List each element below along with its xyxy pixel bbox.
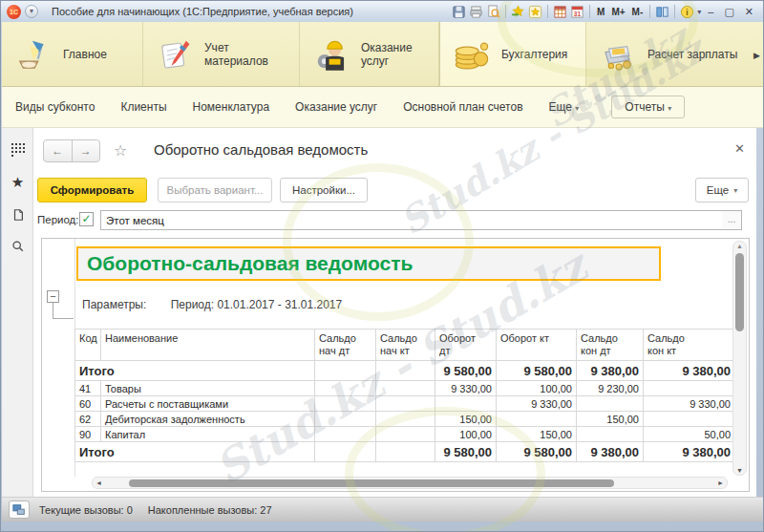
tabs-overflow-arrow-icon[interactable]: ▶ <box>753 51 760 60</box>
table-cell <box>577 396 644 412</box>
table-row[interactable]: Итого9 580,009 580,009 380,009 380,00 <box>75 442 735 462</box>
generate-button[interactable]: Сформировать <box>37 178 147 202</box>
nav-osnovnoy-plan[interactable]: Основной план счетов <box>403 100 522 114</box>
report-toolbar: Сформировать Выбрать вариант... Настройк… <box>33 176 756 206</box>
reports-dropdown-button[interactable]: Отчеты ▾ <box>611 96 685 118</box>
col-header: Оборот кт <box>497 330 577 361</box>
table-cell: 150,00 <box>497 427 577 442</box>
tab-buhgalteriya[interactable]: Бухгалтерия <box>439 22 586 86</box>
settings-button[interactable]: Настройки... <box>280 178 368 202</box>
status-bar: Текущие вызовы: 0 Накопленные вызовы: 27 <box>2 497 764 521</box>
nav-klienty[interactable]: Клиенты <box>120 100 166 114</box>
window-title: Пособие для начинающих (1С:Предприятие, … <box>52 6 353 17</box>
favorites-icon[interactable] <box>528 5 542 19</box>
main-tabs-bar: Главное Учет материалов Оказание услуг Б… <box>2 22 764 87</box>
table-cell <box>315 412 376 427</box>
table-cell: 50,00 <box>644 427 735 442</box>
period-checkbox[interactable]: ✓ <box>79 212 94 226</box>
report-table: Код Наименование Сальдо нач дт Сальдо на… <box>74 329 735 462</box>
col-header: Сальдо нач дт <box>315 330 376 361</box>
scroll-right-icon[interactable]: ► <box>717 478 724 489</box>
tab-okazanie-uslug[interactable]: Оказание услуг <box>300 22 439 86</box>
history-icon[interactable] <box>2 208 33 225</box>
nav-nomenklatura[interactable]: Номенклатура <box>193 100 270 114</box>
more-button[interactable]: Еще▾ <box>695 178 749 202</box>
close-window-button[interactable]: ✕ <box>741 6 757 18</box>
table-row[interactable]: 60Расчеты с поставщиками9 330,009 330,00 <box>75 396 735 412</box>
info-dropdown-icon[interactable]: ▾ <box>697 8 701 16</box>
table-cell: 9 330,00 <box>644 396 735 412</box>
tab-uchet-materialov[interactable]: Учет материалов <box>143 22 300 86</box>
separator <box>547 5 548 18</box>
calculator-icon[interactable] <box>553 5 567 19</box>
save-icon[interactable] <box>452 5 466 19</box>
chevron-down-icon: ▾ <box>668 104 671 113</box>
tab-glavnoe[interactable]: Главное <box>2 22 143 86</box>
table-cell <box>376 381 435 396</box>
nav-vidy-subkonto[interactable]: Виды субконто <box>15 100 95 114</box>
table-cell: Товары <box>101 381 315 396</box>
print-icon[interactable] <box>469 5 483 19</box>
worker-gear-icon <box>313 36 350 73</box>
period-input[interactable] <box>100 210 723 230</box>
1c-logo-icon: 1С <box>7 5 21 19</box>
report-title-cell[interactable]: Оборотно-сальдовая ведомость <box>76 246 661 281</box>
calendar-icon[interactable]: 31 <box>570 5 584 19</box>
split-window-icon[interactable] <box>655 5 669 19</box>
collapse-group-button[interactable]: − <box>47 290 59 303</box>
table-cell <box>376 427 435 442</box>
table-row[interactable]: Итого9 580,009 580,009 380,009 380,00 <box>75 361 735 381</box>
table-row[interactable]: 41Товары9 330,00100,009 230,00 <box>75 381 735 396</box>
nav-okazanie-uslug[interactable]: Оказание услуг <box>295 100 377 114</box>
report-panel: ← → ☆ Оборотно сальдовая ведомость ✕ Сфо… <box>33 128 756 497</box>
maximize-button[interactable]: ▢ <box>720 6 737 18</box>
scroll-up-icon[interactable]: ▲ <box>733 243 746 249</box>
nav-more-button[interactable]: Еще ▾ <box>549 100 580 114</box>
memory-minus-button[interactable]: M- <box>630 7 646 17</box>
period-picker-button[interactable]: ... <box>722 210 742 230</box>
table-cell: 9 380,00 <box>644 361 735 381</box>
memory-recall-button[interactable]: M <box>595 7 606 17</box>
close-report-button[interactable]: ✕ <box>734 141 745 156</box>
report-viewport: − Оборотно-сальдовая ведомость Параметры… <box>41 238 750 492</box>
left-tool-strip: ★ <box>2 128 33 497</box>
functions-menu-icon[interactable] <box>11 143 13 145</box>
coins-stack-icon <box>454 36 490 73</box>
table-cell: 150,00 <box>435 412 497 427</box>
info-icon[interactable]: i <box>680 5 694 19</box>
horizontal-scroll-thumb[interactable] <box>129 479 614 487</box>
table-cell <box>577 427 644 442</box>
favorite-toggle-icon[interactable]: ☆ <box>114 141 127 160</box>
forward-button[interactable]: → <box>73 140 100 161</box>
choose-variant-button[interactable]: Выбрать вариант... <box>158 178 272 202</box>
favorites-star-icon[interactable]: ★ <box>2 174 33 191</box>
table-cell <box>497 412 577 427</box>
table-cell: 9 330,00 <box>497 396 577 412</box>
minimize-button[interactable]: – <box>704 6 717 17</box>
vertical-scrollbar[interactable]: ▲ ▼ <box>732 241 747 476</box>
app-window: 1С ▾ Пособие для начинающих (1С:Предприя… <box>0 0 764 532</box>
tab-label: Расчет зарплаты <box>647 48 737 61</box>
back-button[interactable]: ← <box>44 140 73 161</box>
vertical-scroll-thumb[interactable] <box>735 253 744 331</box>
main-menu-button[interactable]: ▾ <box>25 5 38 18</box>
col-header: Сальдо нач кт <box>376 330 435 361</box>
table-cell: Итого <box>75 442 315 462</box>
tab-label: Учет материалов <box>204 41 286 68</box>
add-favorite-icon[interactable] <box>511 5 525 19</box>
print-preview-icon[interactable] <box>486 5 500 19</box>
memory-plus-button[interactable]: M+ <box>609 7 626 17</box>
scroll-down-icon[interactable]: ▼ <box>733 467 746 474</box>
table-row[interactable]: 62Дебиторская задолженность150,00150,00 <box>75 412 735 427</box>
table-cell: 100,00 <box>497 381 577 396</box>
tab-raschet-zarplaty[interactable]: Расчет зарплаты <box>586 22 764 86</box>
separator <box>589 5 590 18</box>
horizontal-scrollbar[interactable]: ◄ ► <box>92 477 728 489</box>
table-header-row: Код Наименование Сальдо нач дт Сальдо на… <box>75 330 735 361</box>
svg-text:31: 31 <box>574 11 582 17</box>
table-cell <box>315 396 376 412</box>
table-cell: 9 380,00 <box>577 361 644 381</box>
search-icon[interactable] <box>2 239 33 256</box>
scroll-left-icon[interactable]: ◄ <box>96 478 102 489</box>
table-row[interactable]: 90Капитал100,00150,0050,00 <box>75 427 735 442</box>
